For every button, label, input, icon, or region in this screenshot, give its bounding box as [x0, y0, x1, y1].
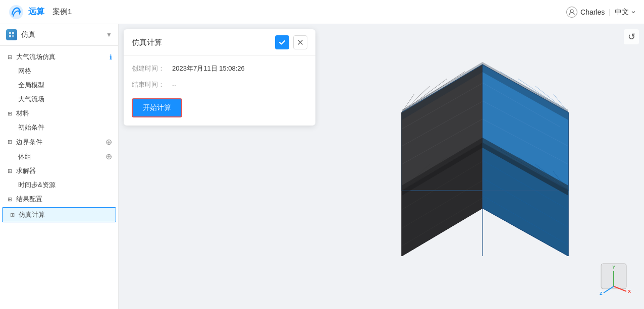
sidebar-item-global-model[interactable]: 全局模型 [0, 78, 118, 92]
sidebar-item-material[interactable]: ⊞ 材料 [0, 106, 118, 120]
sidebar-tree: ⊟ 大气流场仿真 ℹ 网格 全局模型 大气流场 ⊞ 材料 初始 [0, 46, 118, 227]
item-label: 体组 [18, 152, 31, 161]
sidebar-arrow-icon: ▼ [106, 31, 112, 38]
sim-panel: 仿真计算 创建时间： 20 [124, 29, 315, 126]
svg-text:Y: Y [612, 265, 615, 270]
svg-point-1 [570, 10, 573, 13]
user-avatar-icon [566, 7, 577, 18]
expand-icon: ⊞ [6, 196, 13, 203]
logo-icon [8, 4, 24, 20]
confirm-button[interactable] [275, 35, 289, 49]
sidebar-item-boundary[interactable]: ⊞ 边界条件 ⊕ [0, 135, 118, 149]
item-label: 边界条件 [16, 138, 42, 147]
sim-panel-actions [275, 35, 307, 49]
svg-text:Z: Z [600, 291, 603, 296]
item-label: 仿真计算 [19, 210, 45, 219]
item-label: 求解器 [16, 166, 36, 175]
created-label: 创建时间： [132, 64, 172, 73]
user-info[interactable]: Charles [566, 7, 605, 18]
sidebar-item-atm-field[interactable]: 大气流场 [0, 92, 118, 106]
case-name: 案例1 [52, 7, 72, 17]
item-label: 结果配置 [16, 195, 42, 204]
item-label: 材料 [16, 109, 29, 118]
end-time-row: 结束时间： -- [132, 80, 307, 89]
language-selector[interactable]: 中文 [615, 8, 636, 17]
created-time-row: 创建时间： 2023年7月11日 15:08:26 [132, 64, 307, 73]
end-label: 结束时间： [132, 80, 172, 89]
item-label: 大气流场 [18, 95, 44, 104]
sidebar-item-body-group[interactable]: 体组 ⊕ [0, 149, 118, 164]
add-icon[interactable]: ⊕ [105, 152, 112, 161]
svg-rect-4 [9, 35, 11, 37]
refresh-button[interactable]: ↺ [624, 29, 639, 44]
start-calc-button[interactable]: 开始计算 [132, 98, 182, 117]
sidebar-header: 仿真 ▼ [0, 24, 118, 46]
add-icon[interactable]: ⊕ [105, 137, 112, 147]
app-name: 远算 [28, 7, 44, 17]
created-value: 2023年7月11日 15:08:26 [172, 64, 245, 73]
item-label: 网格 [18, 67, 31, 76]
3d-model [351, 34, 614, 286]
sidebar-item-sim-calc[interactable]: ⊞ 仿真计算 [2, 207, 116, 222]
end-value: -- [172, 81, 177, 89]
header-divider: | [609, 8, 611, 16]
sim-panel-body: 创建时间： 2023年7月11日 15:08:26 结束时间： -- 开始计算 [124, 56, 315, 126]
refresh-icon: ↺ [628, 31, 635, 42]
header: 远算 案例1 Charles | 中文 [0, 0, 644, 24]
axis-indicator: Y Z X [594, 259, 634, 299]
item-label: 大气流场仿真 [16, 52, 56, 61]
svg-rect-3 [12, 32, 14, 34]
sidebar-item-atm-sim[interactable]: ⊟ 大气流场仿真 ℹ [0, 50, 118, 64]
item-label: 时间步&资源 [18, 180, 56, 190]
logo: 远算 [8, 4, 44, 20]
sidebar-item-mesh[interactable]: 网格 [0, 64, 118, 78]
svg-rect-5 [12, 35, 14, 37]
main-layout: 仿真 ▼ ⊟ 大气流场仿真 ℹ 网格 全局模型 大气流场 [0, 24, 644, 309]
sidebar-item-init-cond[interactable]: 初始条件 [0, 120, 118, 135]
sidebar-item-solver[interactable]: ⊞ 求解器 [0, 164, 118, 178]
sidebar-item-result-config[interactable]: ⊞ 结果配置 [0, 192, 118, 206]
expand-icon: ⊞ [6, 139, 13, 145]
svg-text:X: X [628, 289, 631, 294]
sidebar: 仿真 ▼ ⊟ 大气流场仿真 ℹ 网格 全局模型 大气流场 [0, 24, 119, 309]
header-right: Charles | 中文 [566, 7, 636, 18]
sidebar-title: 仿真 [21, 30, 102, 39]
sidebar-item-timestep[interactable]: 时间步&资源 [0, 178, 118, 192]
svg-rect-2 [9, 32, 11, 34]
sidebar-header-icon [6, 29, 17, 40]
chevron-down-icon [631, 10, 636, 15]
panel-area: 仿真计算 创建时间： 20 [119, 24, 644, 309]
sim-panel-header: 仿真计算 [124, 29, 315, 56]
expand-icon: ⊞ [6, 110, 13, 117]
expand-icon: ⊞ [6, 168, 13, 174]
close-icon [297, 39, 303, 45]
close-button[interactable] [293, 35, 307, 49]
expand-icon: ⊞ [9, 212, 16, 218]
language-label: 中文 [615, 8, 629, 17]
expand-icon: ⊟ [6, 54, 13, 60]
sim-panel-title: 仿真计算 [132, 38, 275, 47]
item-label: 初始条件 [18, 123, 44, 132]
username: Charles [580, 8, 605, 16]
axis-svg: Y Z X [594, 259, 634, 299]
check-icon [279, 39, 286, 46]
item-label: 全局模型 [18, 81, 44, 90]
info-icon: ℹ [110, 53, 112, 61]
